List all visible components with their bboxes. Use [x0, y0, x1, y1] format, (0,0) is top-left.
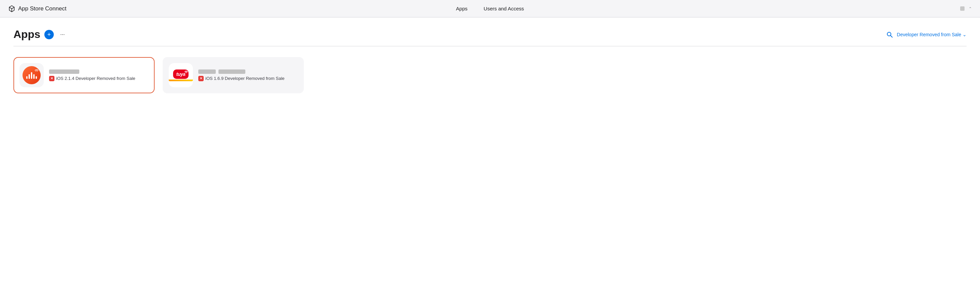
brand-link[interactable]: App Store Connect: [8, 5, 82, 13]
tuya-wifi-icon: [185, 70, 188, 74]
app2-icon: tuya: [169, 63, 193, 87]
divider: [13, 46, 967, 46]
more-options-button[interactable]: ···: [58, 30, 67, 39]
page-title: Apps: [13, 28, 40, 41]
wifi-signal-icon: [34, 68, 39, 72]
blur-chunk-1: [49, 70, 79, 74]
app-card-2[interactable]: tuya ✕: [163, 57, 304, 93]
tuya-underline: [169, 79, 193, 81]
apps-grid: ✕ iOS 2.1.4 Developer Removed from Sale …: [13, 57, 967, 93]
navbar-center: Apps Users and Access: [456, 6, 524, 11]
header-right: Developer Removed from Sale ⌄: [886, 31, 967, 38]
bar3: [31, 72, 32, 79]
tuya-text: tuya: [177, 71, 186, 77]
page-title-area: Apps + ···: [13, 28, 67, 41]
window-control: [960, 6, 964, 11]
app2-name-blur: [198, 70, 298, 74]
app1-name-blur: [49, 70, 148, 74]
app1-icon: [19, 63, 44, 87]
chevron-down-icon: ⌄: [963, 32, 967, 37]
brand-label: App Store Connect: [18, 5, 67, 12]
nav-users-access[interactable]: Users and Access: [484, 6, 524, 11]
page-header: Apps + ··· Developer Removed from Sale ⌄: [13, 28, 967, 41]
window-arrow: ⌃: [969, 6, 972, 11]
blur-chunk-2a: [198, 70, 216, 74]
app1-bars: [26, 71, 37, 79]
app-card-1[interactable]: ✕ iOS 2.1.4 Developer Removed from Sale: [13, 57, 154, 93]
search-button[interactable]: [886, 31, 893, 38]
page-content: Apps + ··· Developer Removed from Sale ⌄: [0, 17, 980, 104]
bar4: [33, 74, 35, 79]
app1-circle-bg: [22, 66, 41, 84]
add-app-button[interactable]: +: [45, 30, 54, 39]
status-error-icon-1: ✕: [49, 76, 54, 81]
app1-info: ✕ iOS 2.1.4 Developer Removed from Sale: [49, 70, 148, 81]
bar1: [26, 76, 27, 79]
bar2: [29, 74, 30, 79]
app2-status-text: iOS 1.6.9 Developer Removed from Sale: [205, 76, 285, 81]
app1-status-text: iOS 2.1.4 Developer Removed from Sale: [56, 76, 135, 81]
nav-apps[interactable]: Apps: [456, 6, 468, 11]
status-error-icon-2: ✕: [198, 76, 204, 81]
svg-point-2: [186, 73, 186, 73]
navbar: App Store Connect Apps Users and Access …: [0, 0, 980, 17]
tuya-logo-bg: tuya: [173, 70, 189, 79]
search-icon: [886, 31, 893, 38]
app1-status: ✕ iOS 2.1.4 Developer Removed from Sale: [49, 76, 148, 81]
filter-dropdown-button[interactable]: Developer Removed from Sale ⌄: [897, 32, 967, 37]
app2-status: ✕ iOS 1.6.9 Developer Removed from Sale: [198, 76, 298, 81]
brand-icon: [8, 5, 16, 13]
navbar-right: ⌃: [960, 6, 972, 11]
filter-label: Developer Removed from Sale: [897, 32, 961, 37]
blur-chunk-2b: [218, 70, 245, 74]
bar5: [36, 76, 37, 79]
app2-info: ✕ iOS 1.6.9 Developer Removed from Sale: [198, 70, 298, 81]
svg-line-1: [891, 36, 892, 37]
